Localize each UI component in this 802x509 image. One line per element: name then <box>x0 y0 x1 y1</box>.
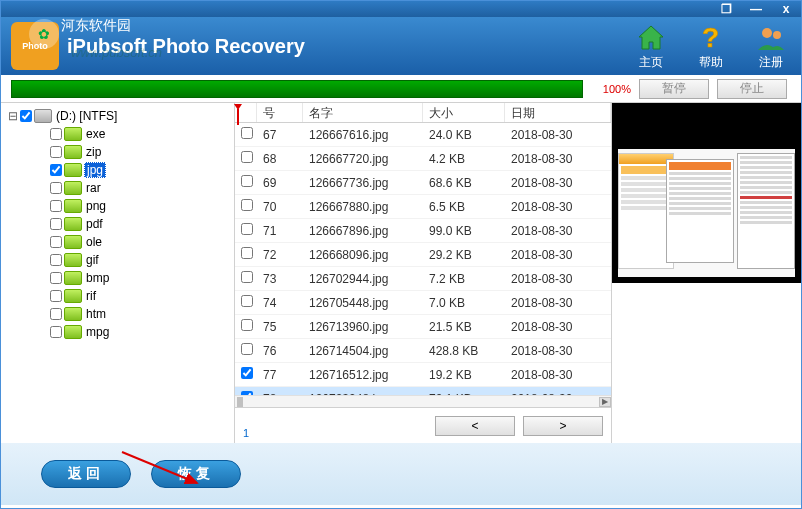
tree-root-row[interactable]: ⊟ (D:) [NTFS] <box>3 107 232 125</box>
next-page-button[interactable]: > <box>523 416 603 436</box>
tree-item-gif[interactable]: gif <box>3 251 232 269</box>
row-date: 2018-08-30 <box>505 368 611 382</box>
folder-icon <box>64 145 82 159</box>
col-number[interactable]: 号 <box>257 103 303 122</box>
table-row[interactable]: 69126667736.jpg68.6 KB2018-08-30 <box>235 171 611 195</box>
table-row[interactable]: 72126668096.jpg29.2 KB2018-08-30 <box>235 243 611 267</box>
home-label: 主页 <box>639 54 663 71</box>
recover-button[interactable]: 恢复 <box>151 460 241 488</box>
row-checkbox[interactable] <box>241 367 253 379</box>
row-checkbox[interactable] <box>241 151 253 163</box>
row-date: 2018-08-30 <box>505 272 611 286</box>
row-checkbox[interactable] <box>241 295 253 307</box>
register-button[interactable]: 注册 <box>751 22 791 71</box>
col-date[interactable]: 日期 <box>505 103 611 122</box>
table-row[interactable]: 75126713960.jpg21.5 KB2018-08-30 <box>235 315 611 339</box>
row-size: 24.0 KB <box>423 128 505 142</box>
tree-item-htm[interactable]: htm <box>3 305 232 323</box>
table-row[interactable]: 71126667896.jpg99.0 KB2018-08-30 <box>235 219 611 243</box>
tree-root-checkbox[interactable] <box>20 110 32 122</box>
tree-item-checkbox[interactable] <box>50 272 62 284</box>
table-row[interactable]: 70126667880.jpg6.5 KB2018-08-30 <box>235 195 611 219</box>
tree-item-jpg[interactable]: jpg <box>3 161 232 179</box>
tree-item-label: mpg <box>84 325 111 339</box>
tree-item-checkbox[interactable] <box>50 200 62 212</box>
tree-item-label: rar <box>84 181 103 195</box>
tree-item-mpg[interactable]: mpg <box>3 323 232 341</box>
tree-item-label: htm <box>84 307 108 321</box>
row-checkbox[interactable] <box>241 199 253 211</box>
tree-item-label: exe <box>84 127 107 141</box>
file-list-body[interactable]: 67126667616.jpg24.0 KB2018-08-3068126667… <box>235 123 611 395</box>
tree-item-checkbox[interactable] <box>50 308 62 320</box>
bottom-bar: 返回 恢复 <box>1 443 801 505</box>
tree-item-checkbox[interactable] <box>50 218 62 230</box>
folder-icon <box>64 307 82 321</box>
row-checkbox[interactable] <box>241 175 253 187</box>
row-checkbox[interactable] <box>241 319 253 331</box>
table-row[interactable]: 67126667616.jpg24.0 KB2018-08-30 <box>235 123 611 147</box>
row-date: 2018-08-30 <box>505 152 611 166</box>
row-checkbox[interactable] <box>241 271 253 283</box>
table-row[interactable]: 76126714504.jpg428.8 KB2018-08-30 <box>235 339 611 363</box>
row-checkbox[interactable] <box>241 127 253 139</box>
tree-item-checkbox[interactable] <box>50 182 62 194</box>
folder-icon <box>64 271 82 285</box>
page-number: 1 <box>243 427 249 439</box>
user-icon <box>755 22 787 54</box>
row-date: 2018-08-30 <box>505 296 611 310</box>
table-row[interactable]: 77126716512.jpg19.2 KB2018-08-30 <box>235 363 611 387</box>
tree-item-png[interactable]: png <box>3 197 232 215</box>
row-filename: 126714504.jpg <box>303 344 423 358</box>
tree-item-checkbox[interactable] <box>50 146 62 158</box>
minimize-button[interactable]: — <box>741 1 771 17</box>
row-number: 77 <box>257 368 303 382</box>
home-icon <box>635 22 667 54</box>
tree-item-checkbox[interactable] <box>50 236 62 248</box>
tree-item-pdf[interactable]: pdf <box>3 215 232 233</box>
tree-item-checkbox[interactable] <box>50 128 62 140</box>
help-button[interactable]: ? 帮助 <box>691 22 731 71</box>
row-size: 6.5 KB <box>423 200 505 214</box>
svg-point-2 <box>773 31 781 39</box>
folder-tree[interactable]: ⊟ (D:) [NTFS] exezipjpgrarpngpdfolegifbm… <box>1 103 235 443</box>
titlebar-menu-button[interactable]: ❐ <box>711 1 741 17</box>
tree-item-label: png <box>84 199 108 213</box>
tree-item-rar[interactable]: rar <box>3 179 232 197</box>
row-size: 7.2 KB <box>423 272 505 286</box>
tree-item-checkbox[interactable] <box>50 254 62 266</box>
prev-page-button[interactable]: < <box>435 416 515 436</box>
horizontal-scrollbar[interactable]: ▶ <box>235 395 611 407</box>
close-button[interactable]: x <box>771 1 801 17</box>
tree-item-bmp[interactable]: bmp <box>3 269 232 287</box>
table-row[interactable]: 68126667720.jpg4.2 KB2018-08-30 <box>235 147 611 171</box>
table-row[interactable]: 73126702944.jpg7.2 KB2018-08-30 <box>235 267 611 291</box>
folder-icon <box>64 199 82 213</box>
tree-collapse-icon[interactable]: ⊟ <box>7 109 18 123</box>
home-button[interactable]: 主页 <box>631 22 671 71</box>
tree-item-checkbox[interactable] <box>50 326 62 338</box>
col-size[interactable]: 大小 <box>423 103 505 122</box>
main-area: ⊟ (D:) [NTFS] exezipjpgrarpngpdfolegifbm… <box>1 103 801 443</box>
row-date: 2018-08-30 <box>505 320 611 334</box>
row-checkbox[interactable] <box>241 223 253 235</box>
row-checkbox[interactable] <box>241 343 253 355</box>
table-row[interactable]: 74126705448.jpg7.0 KB2018-08-30 <box>235 291 611 315</box>
back-button[interactable]: 返回 <box>41 460 131 488</box>
tree-item-exe[interactable]: exe <box>3 125 232 143</box>
col-name[interactable]: 名字 <box>303 103 423 122</box>
tree-item-zip[interactable]: zip <box>3 143 232 161</box>
tree-item-checkbox[interactable] <box>50 290 62 302</box>
table-row[interactable]: 78126723248.jpg70.1 KB2018-08-30 <box>235 387 611 395</box>
row-checkbox[interactable] <box>241 247 253 259</box>
tree-item-checkbox[interactable] <box>50 164 62 176</box>
stop-button[interactable]: 停止 <box>717 79 787 99</box>
row-number: 71 <box>257 224 303 238</box>
folder-icon <box>64 253 82 267</box>
pause-button[interactable]: 暂停 <box>639 79 709 99</box>
row-size: 428.8 KB <box>423 344 505 358</box>
tree-item-label: rif <box>84 289 98 303</box>
tree-item-ole[interactable]: ole <box>3 233 232 251</box>
tree-item-rif[interactable]: rif <box>3 287 232 305</box>
row-number: 67 <box>257 128 303 142</box>
